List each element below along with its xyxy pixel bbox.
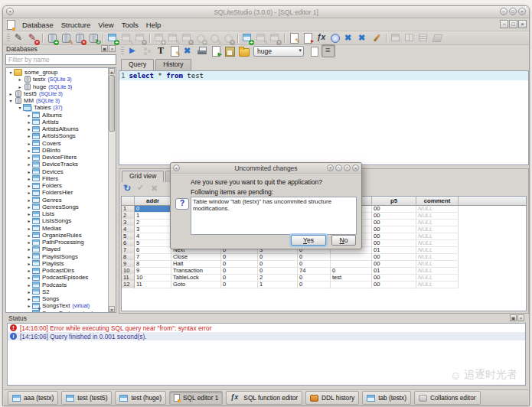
- column-header-p5[interactable]: p5: [372, 197, 416, 206]
- tree-item-DeviceTracks[interactable]: ▸DeviceTracks: [6, 161, 108, 168]
- menu-database[interactable]: Database: [18, 20, 57, 30]
- export-results-icon[interactable]: [168, 45, 181, 57]
- remove-database-icon[interactable]: [73, 32, 86, 44]
- row-number[interactable]: 6: [122, 240, 135, 247]
- tree-item-S2[interactable]: ▸S2: [6, 288, 108, 295]
- tree-item-Albums[interactable]: ▸Albums: [6, 112, 108, 119]
- expand-arrow-icon[interactable]: ▸: [26, 289, 32, 295]
- grid-cell[interactable]: 01: [372, 247, 416, 254]
- grid-cell[interactable]: NULL: [416, 220, 459, 226]
- expand-arrow-icon[interactable]: ▸: [26, 197, 32, 203]
- expand-arrow-icon[interactable]: ▸: [26, 155, 32, 160]
- grid-cell[interactable]: 0: [258, 254, 298, 261]
- expand-arrow-icon[interactable]: ▸: [26, 119, 32, 125]
- tree-item-SongsText[interactable]: ▸SongsText(virtual): [6, 302, 108, 309]
- refresh-schemas-icon[interactable]: [87, 32, 100, 44]
- tree-item-testx[interactable]: ▸testx(SQLite 3): [6, 76, 108, 83]
- grid-cell[interactable]: 00: [372, 220, 416, 226]
- tree-item-PodcastDirs[interactable]: ▸PodcastDirs: [6, 267, 108, 274]
- refresh-grid-icon[interactable]: [122, 183, 134, 194]
- expand-arrow-icon[interactable]: ▸: [26, 282, 32, 288]
- new-view-icon[interactable]: [241, 32, 253, 44]
- float-panel-icon[interactable]: ▣: [510, 314, 517, 321]
- tree-item-DeviceFilters[interactable]: ▸DeviceFilters: [6, 154, 108, 161]
- tree-item-Medias[interactable]: ▸Medias: [6, 225, 108, 232]
- mdi-minimize-icon[interactable]: −: [500, 20, 508, 28]
- close-panel-icon[interactable]: ×: [109, 45, 116, 52]
- new-table-icon[interactable]: [106, 32, 119, 44]
- taskbar-item-sql-editor-1[interactable]: SQL editor 1: [169, 391, 223, 405]
- expand-arrow-icon[interactable]: ▸: [26, 176, 32, 181]
- edit-database-icon[interactable]: [60, 32, 72, 44]
- no-button[interactable]: No: [331, 235, 356, 246]
- row-number[interactable]: 9: [122, 261, 135, 268]
- grid-cell[interactable]: 10: [135, 275, 171, 282]
- format-sql-icon[interactable]: [155, 45, 167, 57]
- grid-cell[interactable]: 74: [298, 268, 331, 275]
- grid-cell[interactable]: 0: [221, 275, 258, 282]
- sql-editor[interactable]: 1 select * from test: [119, 70, 529, 165]
- tree-item-Tables[interactable]: ▾Tables(37): [6, 104, 108, 111]
- config-icon[interactable]: [370, 32, 383, 44]
- tree-item-Lists[interactable]: ▸Lists: [6, 210, 108, 217]
- mdi-close-icon[interactable]: ×: [518, 20, 527, 28]
- tree-item-Artists[interactable]: ▸Artists: [6, 119, 108, 125]
- grid-cell[interactable]: 4: [135, 233, 171, 240]
- grid-cell[interactable]: 2: [258, 275, 298, 282]
- connect-icon[interactable]: [13, 32, 25, 44]
- dialog-title-bar[interactable]: ▪ Uncommited changes ? ˇ ^ ×: [171, 163, 361, 174]
- tree-item-PodcastEpisodes[interactable]: ▸PodcastEpisodes: [6, 274, 108, 281]
- taskbar-item-sql-function-editor[interactable]: SQL function editor: [226, 391, 302, 405]
- grid-cell[interactable]: NULL: [416, 247, 459, 254]
- grid-cell[interactable]: NULL: [416, 282, 459, 288]
- dialog-shade-icon[interactable]: ˇ: [335, 164, 342, 171]
- row-number[interactable]: 4: [122, 226, 135, 233]
- grid-cell[interactable]: 6: [135, 247, 171, 254]
- expand-arrow-icon[interactable]: ▸: [26, 141, 32, 146]
- disconnect-icon[interactable]: [27, 32, 39, 44]
- pending-items-list[interactable]: Table window "tab (testx)" has uncommite…: [191, 197, 357, 235]
- grid-cell[interactable]: test: [331, 275, 372, 282]
- grid-cell[interactable]: 00: [372, 261, 416, 268]
- grid-cell[interactable]: 00: [372, 233, 416, 240]
- grid-cell[interactable]: 0: [258, 261, 298, 268]
- expand-arrow-icon[interactable]: ▸: [26, 218, 32, 223]
- tree-item-some_group[interactable]: ▾some_group: [6, 69, 108, 76]
- expand-arrow-icon[interactable]: ▸: [26, 133, 32, 138]
- grid-cell[interactable]: NULL: [416, 206, 459, 213]
- import-icon[interactable]: [302, 32, 314, 44]
- scroll-up-icon[interactable]: ▲: [109, 68, 115, 74]
- grid-cell[interactable]: NULL: [416, 233, 459, 240]
- menu-view[interactable]: View: [94, 20, 117, 30]
- tree-item-huge[interactable]: ▸huge(SQLite 3): [6, 83, 108, 90]
- tab-history[interactable]: History: [155, 59, 191, 70]
- tree-item-Genres[interactable]: ▸Genres: [6, 197, 108, 204]
- menu-tools[interactable]: Tools: [118, 20, 142, 30]
- tree-item-PathProcessing[interactable]: ▸PathProcessing: [6, 239, 108, 246]
- taskbar-item-test-huge-[interactable]: test (huge): [115, 391, 166, 405]
- grid-cell[interactable]: NULL: [416, 226, 459, 233]
- tree-item-Covers[interactable]: ▸Covers: [6, 140, 108, 147]
- expand-arrow-icon[interactable]: ▸: [26, 112, 32, 118]
- grid-cell[interactable]: 00: [372, 213, 416, 220]
- tree-item-GenresSongs[interactable]: ▸GenresSongs: [6, 204, 108, 210]
- tree-item-ListsSongs[interactable]: ▸ListsSongs: [6, 217, 108, 224]
- close-icon[interactable]: ×: [518, 8, 526, 15]
- grid-cell[interactable]: NULL: [416, 261, 459, 268]
- row-number[interactable]: 5: [122, 233, 135, 240]
- expand-arrow-icon[interactable]: ▾: [8, 70, 14, 75]
- grid-cell[interactable]: 01: [372, 268, 416, 275]
- tree-item-PlaylistSongs[interactable]: ▸PlaylistSongs: [6, 253, 108, 260]
- close-window-icon[interactable]: [343, 32, 355, 44]
- grid-cell[interactable]: 0: [135, 206, 171, 213]
- execute-query-icon[interactable]: [127, 45, 139, 57]
- tree-item-MM[interactable]: ▾MM(SQLite 3): [6, 97, 108, 104]
- tree-item-Playlists[interactable]: ▸Playlists: [6, 260, 108, 267]
- save-sql-icon[interactable]: [224, 45, 236, 57]
- grid-cell[interactable]: 00: [372, 275, 416, 282]
- expand-arrow-icon[interactable]: ▸: [26, 261, 32, 266]
- expand-arrow-icon[interactable]: ▸: [26, 183, 32, 188]
- expand-arrow-icon[interactable]: ▸: [26, 311, 32, 312]
- mdi-restore-icon[interactable]: □: [509, 20, 517, 28]
- tree-item-Folders[interactable]: ▸Folders: [6, 182, 108, 189]
